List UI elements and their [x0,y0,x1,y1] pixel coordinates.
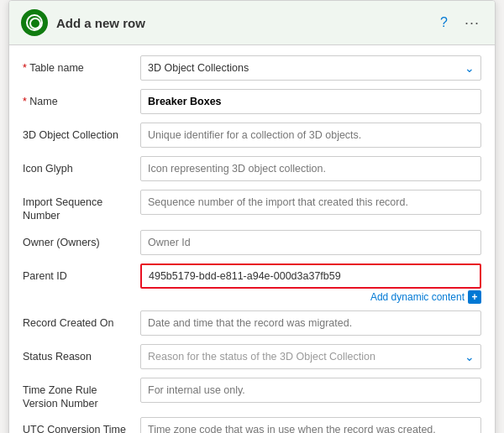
dialog-header: Add a new row ? ··· [9,1,495,45]
status-reason-select-wrapper: Reason for the status of the 3D Object C… [140,344,481,369]
add-row-dialog: Add a new row ? ··· Table name 3D Object… [8,0,496,433]
icon-glyph-label: Icon Glyph [23,156,140,175]
parent-id-wrapper: Add dynamic content + [140,263,481,304]
table-name-label: Table name [23,55,140,75]
import-sequence-label: Import Sequence Number [23,190,140,223]
header-left: Add a new row [21,9,145,36]
add-dynamic-content-text: Add dynamic content [370,291,465,303]
app-icon-inner [26,14,43,31]
utc-conversion-row: UTC Conversion Time Zone Code [23,417,481,433]
import-sequence-input[interactable] [140,190,481,215]
table-name-row: Table name 3D Object Collections ⌄ [23,55,481,82]
record-created-input[interactable] [140,310,481,336]
more-options-button[interactable]: ··· [461,13,483,34]
record-created-row: Record Created On [23,310,481,337]
app-icon [21,9,48,36]
dynamic-plus-icon: + [468,290,481,304]
icon-glyph-row: Icon Glyph [23,156,481,183]
owner-input[interactable] [140,230,481,255]
owner-row: Owner (Owners) [23,230,481,257]
timezone-rule-row: Time Zone Rule Version Number [23,378,481,411]
utc-conversion-input[interactable] [140,417,481,433]
timezone-rule-label: Time Zone Rule Version Number [23,378,140,411]
status-reason-label: Status Reason [23,344,140,363]
icon-glyph-input[interactable] [140,156,481,181]
add-dynamic-content-area: Add dynamic content + [140,290,481,304]
name-input[interactable] [140,89,481,114]
timezone-rule-input[interactable] [140,378,481,403]
parent-id-input[interactable] [140,263,481,289]
add-dynamic-content-link[interactable]: Add dynamic content + [370,290,481,304]
3d-object-collection-label: 3D Object Collection [23,123,140,142]
dialog-body: Table name 3D Object Collections ⌄ Name … [9,45,495,433]
name-row: Name [23,89,481,116]
status-reason-select[interactable]: Reason for the status of the 3D Object C… [140,344,481,369]
name-label: Name [23,89,140,108]
parent-id-label: Parent ID [23,263,140,283]
parent-id-row: Parent ID Add dynamic content + [23,263,481,304]
help-button[interactable]: ? [437,13,451,32]
utc-conversion-label: UTC Conversion Time Zone Code [23,417,140,433]
3d-object-collection-row: 3D Object Collection [23,123,481,149]
status-reason-row: Status Reason Reason for the status of t… [23,344,481,371]
table-name-select-wrapper: 3D Object Collections ⌄ [140,55,481,81]
dialog-title: Add a new row [56,16,145,30]
record-created-label: Record Created On [23,310,140,330]
3d-object-collection-input[interactable] [140,123,481,148]
header-right: ? ··· [437,13,483,34]
import-sequence-row: Import Sequence Number [23,190,481,223]
table-name-select[interactable]: 3D Object Collections [140,55,481,81]
owner-label: Owner (Owners) [23,230,140,249]
